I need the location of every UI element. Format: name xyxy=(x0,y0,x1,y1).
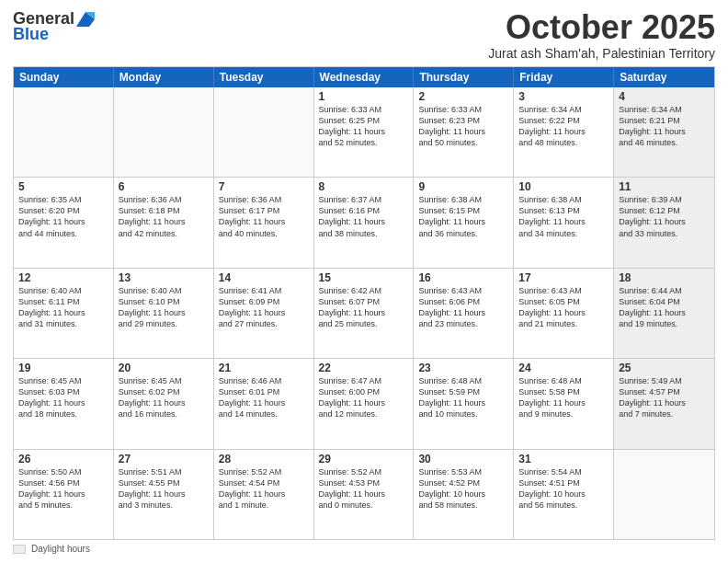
day-number: 11 xyxy=(619,180,710,193)
day-number: 6 xyxy=(119,180,209,193)
calendar-cell: 31Sunrise: 5:54 AM Sunset: 4:51 PM Dayli… xyxy=(514,450,614,539)
day-info: Sunrise: 6:42 AM Sunset: 6:07 PM Dayligh… xyxy=(319,285,409,330)
day-number: 25 xyxy=(619,362,710,374)
day-number: 16 xyxy=(418,271,508,284)
day-info: Sunrise: 5:49 AM Sunset: 4:57 PM Dayligh… xyxy=(619,375,710,420)
day-number: 4 xyxy=(619,90,710,103)
day-info: Sunrise: 6:37 AM Sunset: 6:16 PM Dayligh… xyxy=(319,194,409,239)
calendar-cell: 1Sunrise: 6:33 AM Sunset: 6:25 PM Daylig… xyxy=(314,87,415,177)
day-info: Sunrise: 6:47 AM Sunset: 6:00 PM Dayligh… xyxy=(319,375,409,420)
day-number: 17 xyxy=(518,271,609,284)
page: General Blue October 2025 Jurat ash Sham… xyxy=(0,0,728,563)
calendar-cell: 24Sunrise: 6:48 AM Sunset: 5:58 PM Dayli… xyxy=(514,359,614,448)
calendar-cell: 4Sunrise: 6:34 AM Sunset: 6:21 PM Daylig… xyxy=(614,87,714,177)
day-number: 8 xyxy=(319,180,409,193)
day-number: 31 xyxy=(518,453,609,465)
calendar-week-2: 5Sunrise: 6:35 AM Sunset: 6:20 PM Daylig… xyxy=(14,178,714,268)
header-day-thursday: Thursday xyxy=(414,67,514,87)
day-info: Sunrise: 5:50 AM Sunset: 4:56 PM Dayligh… xyxy=(18,466,108,511)
daylight-hours-box xyxy=(13,545,26,554)
day-info: Sunrise: 6:33 AM Sunset: 6:23 PM Dayligh… xyxy=(418,104,508,149)
day-number: 7 xyxy=(219,180,309,193)
calendar-cell: 8Sunrise: 6:37 AM Sunset: 6:16 PM Daylig… xyxy=(314,178,415,267)
day-info: Sunrise: 6:34 AM Sunset: 6:21 PM Dayligh… xyxy=(619,104,710,149)
calendar-cell: 11Sunrise: 6:39 AM Sunset: 6:12 PM Dayli… xyxy=(614,178,714,267)
day-info: Sunrise: 6:43 AM Sunset: 6:06 PM Dayligh… xyxy=(418,285,508,330)
day-number: 30 xyxy=(418,453,508,465)
calendar-cell: 26Sunrise: 5:50 AM Sunset: 4:56 PM Dayli… xyxy=(14,450,114,539)
day-info: Sunrise: 6:40 AM Sunset: 6:10 PM Dayligh… xyxy=(119,285,209,330)
day-info: Sunrise: 6:48 AM Sunset: 5:58 PM Dayligh… xyxy=(518,375,609,420)
day-info: Sunrise: 5:52 AM Sunset: 4:53 PM Dayligh… xyxy=(319,466,409,511)
day-info: Sunrise: 5:54 AM Sunset: 4:51 PM Dayligh… xyxy=(518,466,609,511)
day-info: Sunrise: 6:36 AM Sunset: 6:17 PM Dayligh… xyxy=(219,194,309,239)
header-day-friday: Friday xyxy=(514,67,614,87)
header-day-wednesday: Wednesday xyxy=(314,67,415,87)
header-day-sunday: Sunday xyxy=(14,67,114,87)
calendar-cell xyxy=(114,87,214,177)
calendar-cell: 25Sunrise: 5:49 AM Sunset: 4:57 PM Dayli… xyxy=(614,359,714,448)
calendar-cell: 9Sunrise: 6:38 AM Sunset: 6:15 PM Daylig… xyxy=(414,178,514,267)
calendar-week-4: 19Sunrise: 6:45 AM Sunset: 6:03 PM Dayli… xyxy=(14,359,714,449)
calendar-cell: 29Sunrise: 5:52 AM Sunset: 4:53 PM Dayli… xyxy=(314,450,415,539)
calendar-cell: 27Sunrise: 5:51 AM Sunset: 4:55 PM Dayli… xyxy=(114,450,214,539)
header-day-monday: Monday xyxy=(114,67,214,87)
calendar-cell: 15Sunrise: 6:42 AM Sunset: 6:07 PM Dayli… xyxy=(314,269,415,358)
calendar-cell: 22Sunrise: 6:47 AM Sunset: 6:00 PM Dayli… xyxy=(314,359,415,448)
day-info: Sunrise: 5:51 AM Sunset: 4:55 PM Dayligh… xyxy=(119,466,209,511)
calendar-cell: 13Sunrise: 6:40 AM Sunset: 6:10 PM Dayli… xyxy=(114,269,214,358)
calendar-cell xyxy=(14,87,114,177)
calendar-cell xyxy=(614,450,714,539)
calendar-cell: 12Sunrise: 6:40 AM Sunset: 6:11 PM Dayli… xyxy=(14,269,114,358)
day-number: 10 xyxy=(518,180,609,193)
day-number: 19 xyxy=(18,362,108,374)
calendar-week-5: 26Sunrise: 5:50 AM Sunset: 4:56 PM Dayli… xyxy=(14,450,714,539)
day-number: 5 xyxy=(18,180,108,193)
day-number: 23 xyxy=(418,362,508,374)
calendar-cell xyxy=(214,87,314,177)
day-info: Sunrise: 6:40 AM Sunset: 6:11 PM Dayligh… xyxy=(18,285,108,330)
calendar-cell: 10Sunrise: 6:38 AM Sunset: 6:13 PM Dayli… xyxy=(514,178,614,267)
day-info: Sunrise: 6:35 AM Sunset: 6:20 PM Dayligh… xyxy=(18,194,108,239)
header-day-saturday: Saturday xyxy=(614,67,714,87)
calendar-header: SundayMondayTuesdayWednesdayThursdayFrid… xyxy=(14,67,714,87)
calendar-cell: 16Sunrise: 6:43 AM Sunset: 6:06 PM Dayli… xyxy=(414,269,514,358)
day-number: 9 xyxy=(418,180,508,193)
calendar-cell: 6Sunrise: 6:36 AM Sunset: 6:18 PM Daylig… xyxy=(114,178,214,267)
day-info: Sunrise: 6:33 AM Sunset: 6:25 PM Dayligh… xyxy=(319,104,409,149)
day-info: Sunrise: 6:36 AM Sunset: 6:18 PM Dayligh… xyxy=(119,194,209,239)
day-number: 14 xyxy=(219,271,309,284)
day-info: Sunrise: 6:38 AM Sunset: 6:13 PM Dayligh… xyxy=(518,194,609,239)
calendar-cell: 7Sunrise: 6:36 AM Sunset: 6:17 PM Daylig… xyxy=(214,178,314,267)
footer-label: Daylight hours xyxy=(31,544,90,554)
calendar-cell: 14Sunrise: 6:41 AM Sunset: 6:09 PM Dayli… xyxy=(214,269,314,358)
day-info: Sunrise: 6:34 AM Sunset: 6:22 PM Dayligh… xyxy=(518,104,609,149)
day-info: Sunrise: 6:38 AM Sunset: 6:15 PM Dayligh… xyxy=(418,194,508,239)
logo-blue: Blue xyxy=(13,25,49,44)
footer: Daylight hours xyxy=(13,544,715,554)
calendar-week-1: 1Sunrise: 6:33 AM Sunset: 6:25 PM Daylig… xyxy=(14,87,714,178)
day-info: Sunrise: 6:39 AM Sunset: 6:12 PM Dayligh… xyxy=(619,194,710,239)
header-day-tuesday: Tuesday xyxy=(214,67,314,87)
calendar-cell: 2Sunrise: 6:33 AM Sunset: 6:23 PM Daylig… xyxy=(414,87,514,177)
day-info: Sunrise: 5:53 AM Sunset: 4:52 PM Dayligh… xyxy=(418,466,508,511)
day-info: Sunrise: 6:41 AM Sunset: 6:09 PM Dayligh… xyxy=(219,285,309,330)
day-info: Sunrise: 6:43 AM Sunset: 6:05 PM Dayligh… xyxy=(518,285,609,330)
day-number: 27 xyxy=(119,453,209,465)
day-info: Sunrise: 6:45 AM Sunset: 6:03 PM Dayligh… xyxy=(18,375,108,420)
calendar: SundayMondayTuesdayWednesdayThursdayFrid… xyxy=(13,66,715,540)
calendar-cell: 28Sunrise: 5:52 AM Sunset: 4:54 PM Dayli… xyxy=(214,450,314,539)
day-number: 29 xyxy=(319,453,409,465)
logo-icon xyxy=(76,12,95,27)
calendar-cell: 18Sunrise: 6:44 AM Sunset: 6:04 PM Dayli… xyxy=(614,269,714,358)
day-number: 20 xyxy=(119,362,209,374)
day-info: Sunrise: 5:52 AM Sunset: 4:54 PM Dayligh… xyxy=(219,466,309,511)
day-number: 3 xyxy=(518,90,609,103)
day-number: 21 xyxy=(219,362,309,374)
day-number: 1 xyxy=(319,90,409,103)
day-number: 28 xyxy=(219,453,309,465)
calendar-cell: 5Sunrise: 6:35 AM Sunset: 6:20 PM Daylig… xyxy=(14,178,114,267)
day-info: Sunrise: 6:45 AM Sunset: 6:02 PM Dayligh… xyxy=(119,375,209,420)
day-info: Sunrise: 6:46 AM Sunset: 6:01 PM Dayligh… xyxy=(219,375,309,420)
month-title: October 2025 xyxy=(488,9,715,46)
